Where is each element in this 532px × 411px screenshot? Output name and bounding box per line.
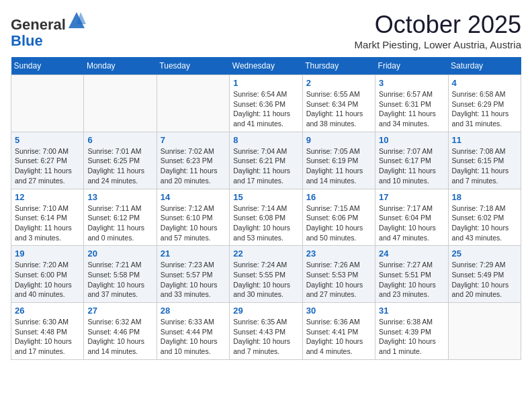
day-info: Sunrise: 7:15 AM Sunset: 6:06 PM Dayligh…	[306, 203, 371, 243]
day-number: 22	[233, 248, 298, 259]
day-info: Sunrise: 6:58 AM Sunset: 6:29 PM Dayligh…	[452, 89, 517, 129]
logo-icon	[67, 11, 86, 30]
day-number: 21	[161, 248, 226, 259]
day-number: 27	[87, 306, 152, 316]
day-number: 15	[233, 192, 298, 202]
day-number: 14	[161, 192, 226, 202]
calendar-cell	[84, 75, 157, 132]
weekday-thursday: Thursday	[302, 57, 375, 75]
day-number: 1	[233, 78, 298, 88]
day-number: 11	[452, 135, 517, 145]
day-info: Sunrise: 6:55 AM Sunset: 6:34 PM Dayligh…	[306, 89, 371, 129]
day-info: Sunrise: 7:07 AM Sunset: 6:17 PM Dayligh…	[379, 146, 444, 186]
calendar-cell: 11Sunrise: 7:08 AM Sunset: 6:15 PM Dayli…	[448, 132, 521, 189]
calendar-cell: 16Sunrise: 7:15 AM Sunset: 6:06 PM Dayli…	[302, 189, 375, 246]
day-number: 3	[379, 78, 444, 88]
calendar-cell: 6Sunrise: 7:01 AM Sunset: 6:25 PM Daylig…	[84, 132, 157, 189]
day-number: 13	[87, 192, 152, 202]
day-info: Sunrise: 7:17 AM Sunset: 6:04 PM Dayligh…	[379, 203, 444, 243]
day-number: 9	[306, 135, 371, 145]
weekday-wednesday: Wednesday	[230, 57, 302, 75]
page-header: General Blue October 2025 Markt Piesting…	[11, 11, 521, 50]
day-info: Sunrise: 6:32 AM Sunset: 4:46 PM Dayligh…	[87, 317, 152, 357]
day-number: 5	[15, 135, 80, 145]
calendar-cell: 10Sunrise: 7:07 AM Sunset: 6:17 PM Dayli…	[375, 132, 448, 189]
calendar-cell: 7Sunrise: 7:02 AM Sunset: 6:23 PM Daylig…	[157, 132, 229, 189]
calendar-cell: 14Sunrise: 7:12 AM Sunset: 6:10 PM Dayli…	[157, 189, 229, 246]
calendar-cell: 4Sunrise: 6:58 AM Sunset: 6:29 PM Daylig…	[448, 75, 521, 132]
calendar-week-row: 19Sunrise: 7:20 AM Sunset: 6:00 PM Dayli…	[11, 246, 521, 303]
day-number: 29	[233, 306, 298, 316]
day-info: Sunrise: 6:33 AM Sunset: 4:44 PM Dayligh…	[161, 317, 226, 357]
calendar-cell: 23Sunrise: 7:26 AM Sunset: 5:53 PM Dayli…	[302, 246, 375, 303]
day-info: Sunrise: 7:11 AM Sunset: 6:12 PM Dayligh…	[87, 203, 152, 243]
day-info: Sunrise: 6:54 AM Sunset: 6:36 PM Dayligh…	[233, 89, 298, 129]
weekday-sunday: Sunday	[11, 57, 84, 75]
weekday-tuesday: Tuesday	[157, 57, 229, 75]
day-info: Sunrise: 7:12 AM Sunset: 6:10 PM Dayligh…	[161, 203, 226, 243]
calendar-cell: 1Sunrise: 6:54 AM Sunset: 6:36 PM Daylig…	[230, 75, 302, 132]
day-info: Sunrise: 7:26 AM Sunset: 5:53 PM Dayligh…	[306, 260, 371, 300]
title-block: October 2025 Markt Piesting, Lower Austr…	[355, 11, 521, 50]
day-info: Sunrise: 7:14 AM Sunset: 6:08 PM Dayligh…	[233, 203, 298, 243]
day-info: Sunrise: 6:30 AM Sunset: 4:48 PM Dayligh…	[15, 317, 80, 357]
calendar-cell: 8Sunrise: 7:04 AM Sunset: 6:21 PM Daylig…	[230, 132, 302, 189]
calendar-cell: 22Sunrise: 7:24 AM Sunset: 5:55 PM Dayli…	[230, 246, 302, 303]
calendar-cell	[11, 75, 84, 132]
calendar-cell: 27Sunrise: 6:32 AM Sunset: 4:46 PM Dayli…	[84, 303, 157, 360]
calendar-cell: 17Sunrise: 7:17 AM Sunset: 6:04 PM Dayli…	[375, 189, 448, 246]
day-number: 18	[452, 192, 517, 202]
calendar-cell: 21Sunrise: 7:23 AM Sunset: 5:57 PM Dayli…	[157, 246, 229, 303]
day-info: Sunrise: 7:18 AM Sunset: 6:02 PM Dayligh…	[452, 203, 517, 243]
month-title: October 2025	[355, 11, 521, 39]
calendar-cell: 25Sunrise: 7:29 AM Sunset: 5:49 PM Dayli…	[448, 246, 521, 303]
day-number: 7	[161, 135, 226, 145]
calendar-cell: 12Sunrise: 7:10 AM Sunset: 6:14 PM Dayli…	[11, 189, 84, 246]
day-info: Sunrise: 7:10 AM Sunset: 6:14 PM Dayligh…	[15, 203, 80, 243]
calendar-cell: 3Sunrise: 6:57 AM Sunset: 6:31 PM Daylig…	[375, 75, 448, 132]
day-number: 26	[15, 306, 80, 316]
day-info: Sunrise: 6:36 AM Sunset: 4:41 PM Dayligh…	[306, 317, 371, 357]
day-info: Sunrise: 7:20 AM Sunset: 6:00 PM Dayligh…	[15, 260, 80, 300]
calendar-cell: 19Sunrise: 7:20 AM Sunset: 6:00 PM Dayli…	[11, 246, 84, 303]
calendar-cell: 31Sunrise: 6:38 AM Sunset: 4:39 PM Dayli…	[375, 303, 448, 360]
day-number: 23	[306, 248, 371, 259]
calendar-cell: 29Sunrise: 6:35 AM Sunset: 4:43 PM Dayli…	[230, 303, 302, 360]
calendar-week-row: 5Sunrise: 7:00 AM Sunset: 6:27 PM Daylig…	[11, 132, 521, 189]
calendar-cell: 9Sunrise: 7:05 AM Sunset: 6:19 PM Daylig…	[302, 132, 375, 189]
day-number: 20	[87, 248, 152, 259]
location-subtitle: Markt Piesting, Lower Austria, Austria	[355, 39, 521, 50]
calendar-cell: 13Sunrise: 7:11 AM Sunset: 6:12 PM Dayli…	[84, 189, 157, 246]
day-number: 24	[379, 248, 444, 259]
calendar-body: 1Sunrise: 6:54 AM Sunset: 6:36 PM Daylig…	[11, 75, 521, 360]
calendar-cell: 26Sunrise: 6:30 AM Sunset: 4:48 PM Dayli…	[11, 303, 84, 360]
day-number: 25	[452, 248, 517, 259]
calendar-cell: 24Sunrise: 7:27 AM Sunset: 5:51 PM Dayli…	[375, 246, 448, 303]
day-info: Sunrise: 7:08 AM Sunset: 6:15 PM Dayligh…	[452, 146, 517, 186]
calendar-cell: 20Sunrise: 7:21 AM Sunset: 5:58 PM Dayli…	[84, 246, 157, 303]
calendar-header: SundayMondayTuesdayWednesdayThursdayFrid…	[11, 57, 521, 75]
day-number: 17	[379, 192, 444, 202]
logo-blue-text: Blue	[11, 33, 86, 49]
calendar-cell: 28Sunrise: 6:33 AM Sunset: 4:44 PM Dayli…	[157, 303, 229, 360]
day-number: 10	[379, 135, 444, 145]
logo-general-text: General	[11, 16, 66, 33]
day-number: 28	[161, 306, 226, 316]
calendar-cell: 30Sunrise: 6:36 AM Sunset: 4:41 PM Dayli…	[302, 303, 375, 360]
day-info: Sunrise: 7:23 AM Sunset: 5:57 PM Dayligh…	[161, 260, 226, 300]
weekday-monday: Monday	[84, 57, 157, 75]
weekday-header-row: SundayMondayTuesdayWednesdayThursdayFrid…	[11, 57, 521, 75]
day-info: Sunrise: 7:21 AM Sunset: 5:58 PM Dayligh…	[87, 260, 152, 300]
day-info: Sunrise: 7:05 AM Sunset: 6:19 PM Dayligh…	[306, 146, 371, 186]
day-info: Sunrise: 7:00 AM Sunset: 6:27 PM Dayligh…	[15, 146, 80, 186]
day-info: Sunrise: 6:38 AM Sunset: 4:39 PM Dayligh…	[379, 317, 444, 357]
weekday-saturday: Saturday	[448, 57, 521, 75]
calendar-cell: 15Sunrise: 7:14 AM Sunset: 6:08 PM Dayli…	[230, 189, 302, 246]
calendar-cell	[448, 303, 521, 360]
day-number: 30	[306, 306, 371, 316]
day-number: 2	[306, 78, 371, 88]
day-info: Sunrise: 6:57 AM Sunset: 6:31 PM Dayligh…	[379, 89, 444, 129]
day-number: 8	[233, 135, 298, 145]
day-number: 19	[15, 248, 80, 259]
day-info: Sunrise: 7:24 AM Sunset: 5:55 PM Dayligh…	[233, 260, 298, 300]
